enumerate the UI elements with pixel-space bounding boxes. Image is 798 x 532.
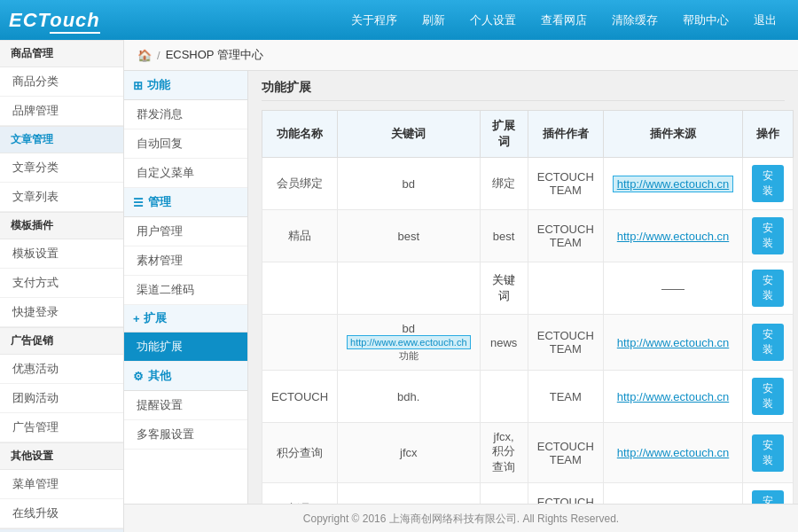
table-row: 关键词 —— 安装 <box>262 262 794 315</box>
cell-extend: news <box>480 315 528 371</box>
plugin-group-other: ⚙ 其他 <box>124 362 247 391</box>
cell-source: http://www.ectouch.cn <box>603 371 742 423</box>
install-button[interactable]: 安装 <box>752 490 784 504</box>
cell-keyword: news <box>338 483 480 505</box>
header: ECTouch 关于程序 刷新 个人设置 查看网店 清除缓存 帮助中心 退出 <box>0 0 798 40</box>
source-link[interactable]: http://www.ectouch.cn <box>617 446 729 459</box>
plugin-item-auto-reply[interactable]: 自动回复 <box>124 129 247 159</box>
nav-shop[interactable]: 查看网店 <box>528 0 599 40</box>
plugin-item-user-mgmt[interactable]: 用户管理 <box>124 217 247 246</box>
home-icon[interactable]: 🏠 <box>137 49 152 62</box>
main-layout: 商品管理 商品分类 品牌管理 文章管理 文章分类 文章列表 模板插件 模板设置 … <box>0 40 798 532</box>
plugin-group-function: ⊞ 功能 <box>124 71 247 100</box>
install-button[interactable]: 安装 <box>752 270 784 307</box>
cell-action[interactable]: 安装 <box>743 315 794 371</box>
grid-icon: ⊞ <box>133 79 143 92</box>
source-link[interactable]: http://www.ectouch.cn <box>617 230 729 243</box>
cell-action[interactable]: 安装 <box>743 210 794 262</box>
plugin-item-material-mgmt[interactable]: 素材管理 <box>124 246 247 276</box>
cell-action[interactable]: 安装 <box>743 483 794 505</box>
cell-name: 积分查询 <box>262 423 338 483</box>
plugin-expand-section[interactable]: + 扩展 <box>124 305 247 332</box>
sidebar-item-goods-category[interactable]: 商品分类 <box>0 67 123 97</box>
source-link[interactable]: http://www.ectouch.cn <box>617 336 729 349</box>
sidebar-group-goods: 商品管理 <box>0 40 123 67</box>
sidebar-group-template: 模板插件 <box>0 212 123 239</box>
cell-extend: best <box>480 210 528 262</box>
cell-action[interactable]: 安装 <box>743 423 794 483</box>
install-button[interactable]: 安装 <box>752 165 784 202</box>
footer: Copyright © 2016 上海商创网络科技有限公司. All Right… <box>124 504 798 532</box>
cell-keyword: jfcx <box>338 423 480 483</box>
cell-action[interactable]: 安装 <box>743 371 794 423</box>
plugin-item-func-extend[interactable]: 功能扩展 <box>124 332 247 362</box>
sub-layout: ⊞ 功能 群发消息 自动回复 自定义菜单 ☰ 管理 用户管理 素材管理 渠道二维… <box>124 71 798 504</box>
cell-keyword: bdh. <box>338 371 480 423</box>
sidebar-item-groupbuy[interactable]: 团购活动 <box>0 384 123 413</box>
nav-logout[interactable]: 退出 <box>741 0 789 40</box>
breadcrumb-separator: / <box>157 49 160 62</box>
nav-personal[interactable]: 个人设置 <box>458 0 528 40</box>
cell-source: http://www.ectouch.cn <box>603 315 742 371</box>
cell-keyword: bdhttp://www.eww.ectouch.ch 功能 <box>338 315 480 371</box>
cell-name <box>262 315 338 371</box>
cell-name: 精品 <box>262 210 338 262</box>
gear-icon: ⚙ <box>133 370 144 383</box>
plus-icon: + <box>133 312 140 325</box>
plugin-item-qrcode[interactable]: 渠道二维码 <box>124 276 247 305</box>
table-area: 功能扩展 功能名称 关键词 扩展词 插件作者 插件来源 操作 <box>248 71 798 504</box>
cell-keyword: bd <box>338 158 480 210</box>
breadcrumb-current: ECSHOP 管理中心 <box>166 47 263 63</box>
sidebar-item-template[interactable]: 模板设置 <box>0 239 123 269</box>
cell-author: ECTOUCH TEAM <box>528 210 603 262</box>
plugin-item-multi-customer[interactable]: 多客服设置 <box>124 420 247 450</box>
sidebar-item-payment[interactable]: 支付方式 <box>0 269 123 298</box>
sidebar-item-article-category[interactable]: 文章分类 <box>0 153 123 183</box>
sidebar-item-upgrade[interactable]: 在线升级 <box>0 499 123 528</box>
cell-extend: news <box>480 483 528 505</box>
sidebar-item-discount[interactable]: 优惠活动 <box>0 355 123 384</box>
install-button[interactable]: 安装 <box>752 324 784 361</box>
cell-name: 新品 <box>262 483 338 505</box>
sidebar-item-brand[interactable]: 品牌管理 <box>0 97 123 126</box>
cell-author: ECTOUCH TEAM <box>528 483 603 505</box>
nav-refresh[interactable]: 刷新 <box>410 0 458 40</box>
table-row: 新品 news news ECTOUCH TEAM http://www.ect… <box>262 483 794 505</box>
cell-extend: 关键词 <box>480 262 528 315</box>
source-link[interactable]: http://www.ectouch.cn <box>613 176 733 192</box>
install-button[interactable]: 安装 <box>752 217 784 254</box>
plugin-item-custom-menu[interactable]: 自定义菜单 <box>124 159 247 188</box>
sidebar-group-wechat: 微信通营销 <box>0 528 123 532</box>
cell-source: http://www.ectouch.cn <box>603 210 742 262</box>
sidebar-item-ads[interactable]: 广告管理 <box>0 413 123 442</box>
cell-keyword <box>338 262 480 315</box>
nav-cache[interactable]: 清除缓存 <box>599 0 670 40</box>
cell-source: —— <box>603 262 742 315</box>
cell-name: ECTOUCH <box>262 371 338 423</box>
col-action: 操作 <box>743 111 794 158</box>
nav-help[interactable]: 帮助中心 <box>670 0 741 40</box>
table-title: 功能扩展 <box>262 80 785 101</box>
source-link[interactable]: http://www.ectouch.cn <box>617 390 729 403</box>
col-extend: 扩展词 <box>480 111 528 158</box>
install-button[interactable]: 安装 <box>752 434 784 472</box>
cell-extend: 绑定 <box>480 158 528 210</box>
plugin-group-manage: ☰ 管理 <box>124 188 247 217</box>
table-row: ECTOUCH bdh. TEAM http://www.ectouch.cn … <box>262 371 794 423</box>
plugin-item-mass-message[interactable]: 群发消息 <box>124 100 247 129</box>
sidebar: 商品管理 商品分类 品牌管理 文章管理 文章分类 文章列表 模板插件 模板设置 … <box>0 40 124 532</box>
col-name: 功能名称 <box>262 111 338 158</box>
cell-action[interactable]: 安装 <box>743 262 794 315</box>
sidebar-item-menu[interactable]: 菜单管理 <box>0 470 123 499</box>
nav-about[interactable]: 关于程序 <box>339 0 410 40</box>
cell-action[interactable]: 安装 <box>743 158 794 210</box>
install-button[interactable]: 安装 <box>752 378 784 415</box>
logo-box: ECTouch <box>9 9 100 32</box>
sidebar-item-quick-login[interactable]: 快捷登录 <box>0 298 123 327</box>
table-row: 精品 best best ECTOUCH TEAM http://www.ect… <box>262 210 794 262</box>
sidebar-item-article-list[interactable]: 文章列表 <box>0 183 123 212</box>
list-icon: ☰ <box>133 196 144 209</box>
cell-name: 会员绑定 <box>262 158 338 210</box>
plugin-item-remind[interactable]: 提醒设置 <box>124 391 247 420</box>
cell-author: TEAM <box>528 371 603 423</box>
